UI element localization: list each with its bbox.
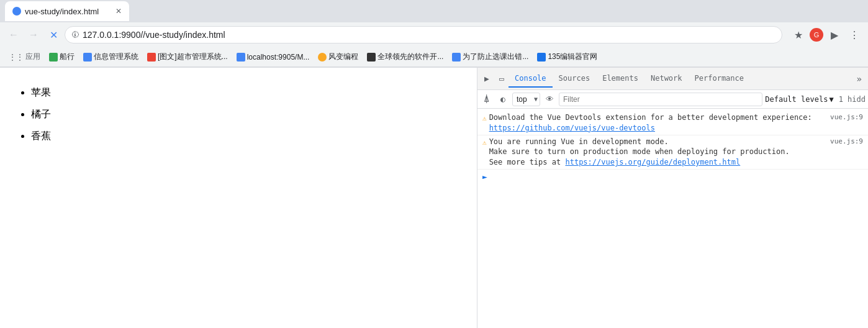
context-select[interactable]: top [512, 93, 540, 106]
bookmark-apps[interactable]: ⋮⋮ 应用 [5, 50, 44, 63]
tab-performance[interactable]: Performance [689, 70, 750, 88]
menu-button[interactable]: ⋮ [846, 26, 863, 43]
clear-console-button[interactable]: ⍋ [480, 93, 494, 106]
devtools-link[interactable]: https://github.com/vuejs/vue-devtools [489, 124, 655, 132]
default-levels-label: Default levels [765, 95, 828, 104]
browser-chrome: vue-study/index.html ✕ ← → ✕ 🛈 127.0.0.1… [0, 0, 868, 68]
back-button[interactable]: ← [5, 26, 22, 43]
warning-icon-1: ⚠ [482, 114, 487, 123]
tab-sources[interactable]: Sources [553, 70, 597, 88]
fruit-item-2: 橘子 [31, 106, 464, 124]
apps-icon: ⋮⋮ [9, 53, 24, 62]
bookmark-icon-3 [147, 53, 156, 62]
devtools-inspect-icon[interactable]: ▶ [480, 72, 494, 86]
page-content: 苹果 橘子 香蕉 [0, 68, 477, 328]
tab-close-button[interactable]: ✕ [115, 7, 122, 16]
address-bar[interactable]: 🛈 127.0.0.1:9900//vue-study/index.html [65, 26, 782, 43]
warning-icon-2: ⚠ [482, 138, 487, 147]
bookmark-3[interactable]: [图文]超市管理系统... [143, 50, 232, 63]
console-msg-text-2: You are running Vue in development mode.… [489, 137, 830, 168]
bookmark-7[interactable]: 为了防止选课出错... [448, 50, 532, 63]
devtools-tab-icons: ▶ ▭ [480, 72, 509, 86]
forward-button[interactable]: → [25, 26, 42, 43]
bookmark-1[interactable]: 船行 [45, 50, 78, 63]
bookmark-label-5: 风变编程 [328, 52, 358, 62]
prompt-arrow-icon: ► [482, 172, 487, 181]
hidden-count: 1 hidd [839, 95, 866, 104]
active-tab[interactable]: vue-study/index.html ✕ [5, 1, 129, 21]
bookmark-label-8: 135编辑器官网 [548, 52, 597, 62]
tab-favicon [12, 7, 21, 16]
console-output: ⚠ Download the Vue Devtools extension fo… [477, 109, 868, 328]
bookmark-star-button[interactable]: ★ [790, 26, 807, 43]
profile-button[interactable]: G [810, 28, 823, 42]
bookmark-label-7: 为了防止选课出错... [463, 52, 528, 62]
bookmark-icon-7 [452, 53, 461, 62]
console-message-1: ⚠ Download the Vue Devtools extension fo… [477, 111, 868, 135]
console-prompt: ► [477, 170, 868, 184]
bookmark-apps-label: 应用 [25, 52, 40, 62]
bookmark-label-6: 全球领先的软件开... [377, 52, 443, 62]
bookmark-label-1: 船行 [60, 52, 75, 62]
filter-input[interactable] [559, 93, 762, 106]
bookmark-8[interactable]: 135编辑器官网 [533, 50, 601, 63]
tab-elements[interactable]: Elements [596, 70, 644, 88]
bookmark-label-4: localhost:9905/M... [247, 53, 310, 62]
bookmark-6[interactable]: 全球领先的软件开... [363, 50, 447, 63]
url-text: 127.0.0.1:9900//vue-study/index.html [83, 30, 225, 40]
bookmark-icon-1 [49, 53, 58, 62]
devtools-more-tabs[interactable]: » [853, 74, 866, 84]
levels-chevron-icon: ▼ [829, 95, 833, 104]
default-levels-dropdown[interactable]: Default levels ▼ [765, 95, 833, 104]
fruit-item-1: 苹果 [31, 84, 464, 102]
console-source-1: vue.js:9 [830, 112, 863, 122]
fruit-item-3: 香蕉 [31, 127, 464, 145]
browser-controls: ← → ✕ 🛈 127.0.0.1:9900//vue-study/index.… [0, 22, 868, 47]
bookmark-icon-5 [318, 53, 327, 62]
tab-console[interactable]: Console [509, 70, 553, 88]
console-toolbar: ⍋ ◐ top ▼ 👁 Default levels ▼ 1 hidd [477, 90, 868, 109]
console-source-2: vue.js:9 [830, 137, 863, 146]
extensions-button[interactable]: ▶ [826, 26, 843, 43]
console-message-2: ⚠ You are running Vue in development mod… [477, 135, 868, 170]
fruit-list: 苹果 橘子 香蕉 [12, 84, 464, 145]
tab-title: vue-study/index.html [25, 7, 99, 16]
bookmarks-bar: ⋮⋮ 应用 船行 信息管理系统 [图文]超市管理系统... localhost:… [0, 47, 868, 67]
bookmark-4[interactable]: localhost:9905/M... [233, 52, 314, 63]
devtools-panel: ▶ ▭ Console Sources Elements Network Per… [477, 68, 868, 328]
deployment-link[interactable]: https://vuejs.org/guide/deployment.html [565, 158, 740, 166]
devtools-tabs: ▶ ▭ Console Sources Elements Network Per… [477, 68, 868, 90]
devtools-device-icon[interactable]: ▭ [495, 72, 509, 86]
context-select-wrapper: top ▼ [512, 93, 540, 106]
bookmark-icon-2 [83, 53, 92, 62]
main-layout: 苹果 橘子 香蕉 ▶ ▭ Console Sources Elements Ne… [0, 68, 868, 328]
bookmark-2[interactable]: 信息管理系统 [79, 50, 142, 63]
filter-toggle-button[interactable]: ◐ [496, 93, 510, 106]
bookmark-icon-6 [367, 53, 376, 62]
eye-icon[interactable]: 👁 [543, 93, 556, 106]
bookmark-icon-8 [537, 53, 546, 62]
reload-button[interactable]: ✕ [45, 26, 62, 43]
toolbar-right: ★ G ▶ ⋮ [790, 26, 863, 43]
bookmark-5[interactable]: 风变编程 [314, 50, 362, 63]
bookmark-label-2: 信息管理系统 [94, 52, 138, 62]
security-icon: 🛈 [71, 30, 79, 39]
bookmark-icon-4 [237, 53, 245, 62]
tab-network[interactable]: Network [644, 70, 689, 88]
console-msg-text-1: Download the Vue Devtools extension for … [489, 112, 830, 134]
tab-bar: vue-study/index.html ✕ [0, 0, 868, 22]
bookmark-label-3: [图文]超市管理系统... [158, 52, 228, 62]
